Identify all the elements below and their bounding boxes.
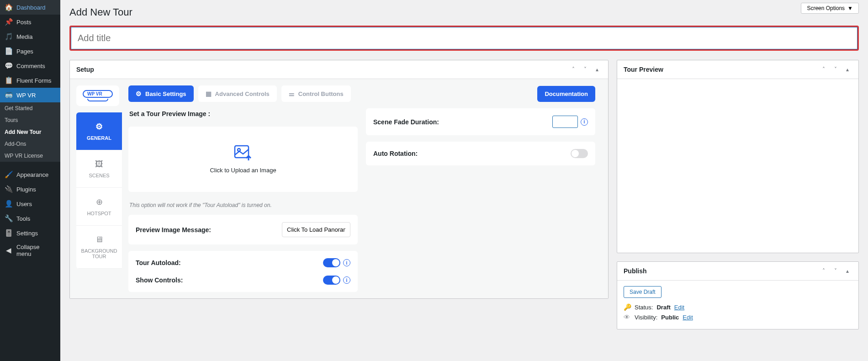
sidebar-sub-license[interactable]: WP VR License — [0, 150, 60, 162]
tab-label: Control Buttons — [298, 90, 344, 97]
target-icon: ⊕ — [96, 197, 103, 207]
fade-duration-input[interactable] — [552, 116, 578, 128]
sidebar-item-label: Posts — [16, 19, 32, 26]
info-icon[interactable]: i — [581, 118, 588, 126]
user-icon: 👤 — [5, 200, 13, 208]
main-content: Screen Options ▼ Add New Tour Setup ˄ ˅ … — [60, 0, 868, 361]
sidebar-item-fluent-forms[interactable]: 📋 Fluent Forms — [0, 73, 60, 88]
vtab-scenes[interactable]: 🖼 SCENES — [76, 150, 122, 188]
sidebar-item-label: WP VR — [16, 92, 36, 99]
toggle-icon[interactable]: ▴ — [593, 65, 602, 74]
move-up-icon[interactable]: ˄ — [819, 65, 828, 74]
edit-visibility-link[interactable]: Edit — [683, 314, 693, 321]
sidebar-item-label: Dashboard — [16, 4, 46, 11]
sidebar-item-label: Collapse menu — [16, 244, 56, 257]
sidebar-item-label: Media — [16, 33, 32, 40]
setup-postbox: Setup ˄ ˅ ▴ WP VR — [69, 60, 609, 299]
move-up-icon[interactable]: ˄ — [569, 65, 578, 74]
comments-icon: 💬 — [5, 62, 13, 70]
admin-sidebar: 🏠 Dashboard 📌 Posts 🎵 Media 📄 Pages 💬 Co… — [0, 0, 60, 361]
tab-label: Basic Settings — [145, 90, 186, 97]
screen-options-button[interactable]: Screen Options ▼ — [801, 3, 859, 14]
vtab-label: HOTSPOT — [87, 211, 111, 216]
layers-icon: ▦ — [206, 90, 212, 97]
sidebar-item-wpvr[interactable]: 🥽 WP VR — [0, 88, 60, 102]
auto-rotation-label: Auto Rotation: — [373, 150, 418, 157]
vtab-general[interactable]: ⚙ GENERAL — [76, 112, 122, 150]
key-icon: 🔑 — [624, 303, 631, 311]
info-icon[interactable]: i — [343, 259, 350, 266]
sidebar-item-label: Pages — [16, 48, 33, 55]
vtab-background-tour[interactable]: 🖥 BACKGROUND TOUR — [76, 226, 122, 269]
vr-icon: 🥽 — [5, 91, 13, 99]
toggle-icon[interactable]: ▴ — [843, 266, 852, 276]
sidebar-item-appearance[interactable]: 🖌️ Appearance — [0, 167, 60, 182]
controls-label: Show Controls: — [136, 276, 183, 284]
wpvr-logo-text: WP VR — [83, 90, 113, 98]
save-draft-button[interactable]: Save Draft — [624, 286, 662, 298]
sidebar-sub-get-started[interactable]: Get Started — [0, 102, 60, 114]
tab-basic-settings[interactable]: ⚙ Basic Settings — [128, 85, 194, 102]
info-icon[interactable]: i — [343, 276, 350, 284]
move-down-icon[interactable]: ˅ — [831, 266, 840, 276]
gear-icon: ⚙ — [95, 122, 103, 132]
sidebar-item-plugins[interactable]: 🔌 Plugins — [0, 182, 60, 196]
edit-status-link[interactable]: Edit — [674, 304, 684, 311]
wpvr-logo: WP VR — [76, 85, 119, 106]
sidebar-item-posts[interactable]: 📌 Posts — [0, 15, 60, 29]
sidebar-item-pages[interactable]: 📄 Pages — [0, 44, 60, 58]
sidebar-item-label: Comments — [16, 63, 45, 69]
media-icon: 🎵 — [5, 32, 13, 41]
sidebar-sub-add-new-tour[interactable]: Add New Tour — [0, 126, 60, 138]
svg-point-1 — [238, 149, 240, 151]
tab-advanced-controls[interactable]: ▦ Advanced Controls — [198, 85, 277, 102]
sidebar-item-comments[interactable]: 💬 Comments — [0, 58, 60, 73]
move-down-icon[interactable]: ˅ — [581, 65, 590, 74]
autoload-toggle[interactable] — [323, 258, 340, 267]
auto-rotation-toggle[interactable] — [571, 149, 588, 158]
sidebar-sub-addons[interactable]: Add-Ons — [0, 138, 60, 150]
tour-preview-title: Tour Preview — [624, 66, 663, 73]
visibility-value: Public — [661, 314, 679, 321]
monitor-icon: 🖥 — [95, 235, 103, 244]
page-title: Add New Tour — [69, 0, 859, 26]
show-controls-toggle[interactable] — [323, 276, 340, 285]
doc-label: Documentation — [545, 90, 588, 97]
sidebar-sub-tours[interactable]: Tours — [0, 114, 60, 126]
sidebar-item-label: Plugins — [16, 186, 36, 193]
move-up-icon[interactable]: ˄ — [819, 266, 828, 276]
title-input-highlight — [69, 26, 859, 51]
vtab-hotspot[interactable]: ⊕ HOTSPOT — [76, 188, 122, 226]
upload-preview-image[interactable]: Click to Upload an Image — [128, 127, 358, 192]
tour-preview-postbox: Tour Preview ˄ ˅ ▴ — [617, 60, 859, 253]
sidebar-item-tools[interactable]: 🔧 Tools — [0, 211, 60, 226]
visibility-label: Visibility: — [635, 314, 657, 321]
sidebar-item-media[interactable]: 🎵 Media — [0, 29, 60, 44]
dashboard-icon: 🏠 — [5, 3, 13, 11]
documentation-button[interactable]: Documentation — [537, 86, 595, 102]
sidebar-item-collapse[interactable]: ◀ Collapse menu — [0, 240, 60, 260]
sidebar-item-label: Fluent Forms — [16, 77, 52, 84]
vtab-label: GENERAL — [87, 135, 111, 141]
tour-title-input[interactable] — [71, 27, 857, 49]
sidebar-item-label: Appearance — [16, 171, 48, 178]
sidebar-item-settings[interactable]: 🎚️ Settings — [0, 226, 60, 240]
toggle-icon[interactable]: ▴ — [843, 65, 852, 74]
preview-message-input[interactable] — [282, 222, 350, 237]
fade-duration-label: Scene Fade Duration: — [373, 118, 439, 126]
publish-postbox: Publish ˄ ˅ ▴ Save Draft 🔑 Status: Draft… — [617, 261, 859, 329]
upload-hint: This option will not work if the "Tour A… — [128, 198, 358, 208]
eye-icon: 👁 — [624, 313, 631, 321]
sidebar-item-label: Settings — [16, 230, 38, 237]
setup-postbox-title: Setup — [76, 66, 94, 73]
vtab-label: SCENES — [89, 173, 109, 178]
publish-title: Publish — [624, 267, 647, 275]
tour-preview-body — [617, 79, 858, 253]
sidebar-item-dashboard[interactable]: 🏠 Dashboard — [0, 0, 60, 15]
move-down-icon[interactable]: ˅ — [831, 65, 840, 74]
sidebar-item-users[interactable]: 👤 Users — [0, 196, 60, 211]
tab-control-buttons[interactable]: ⚌ Control Buttons — [281, 85, 351, 102]
setup-postbox-header: Setup ˄ ˅ ▴ — [70, 60, 608, 79]
status-value: Draft — [656, 304, 670, 311]
chevron-down-icon: ▼ — [847, 5, 853, 11]
